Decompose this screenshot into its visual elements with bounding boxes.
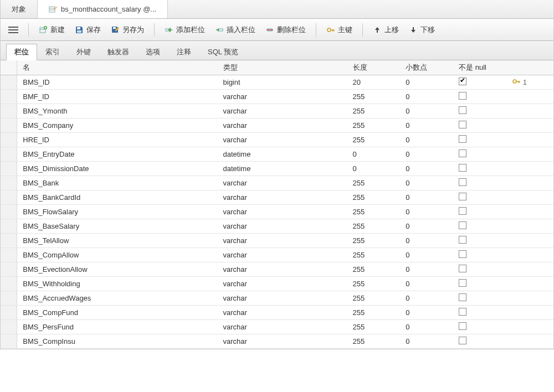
cell-notnull[interactable] xyxy=(453,176,506,190)
table-row[interactable]: BMS_TelAllowvarchar2550 xyxy=(1,233,553,247)
cell-type[interactable]: varchar xyxy=(218,176,347,190)
tab-foreign-keys[interactable]: 外键 xyxy=(68,44,99,60)
checkbox-icon[interactable] xyxy=(459,78,466,85)
cell-name[interactable]: BMS_TelAllow xyxy=(17,233,218,247)
cell-decimals[interactable]: 0 xyxy=(400,262,453,276)
cell-type[interactable]: datetime xyxy=(218,161,347,176)
cell-name[interactable]: BMS_AccruedWages xyxy=(17,291,218,305)
cell-notnull[interactable] xyxy=(453,262,506,276)
cell-decimals[interactable]: 0 xyxy=(400,291,453,305)
cell-decimals[interactable]: 0 xyxy=(400,190,453,204)
cell-type[interactable]: bigint xyxy=(218,75,347,89)
cell-notnull[interactable] xyxy=(453,190,506,204)
table-row[interactable]: BMF_IDvarchar2550 xyxy=(1,89,553,104)
cell-notnull[interactable] xyxy=(453,305,506,319)
table-row[interactable]: BMS_PersFundvarchar2550 xyxy=(1,319,553,334)
cell-notnull[interactable] xyxy=(453,319,506,334)
col-header-name[interactable]: 名 xyxy=(17,60,218,75)
checkbox-icon[interactable] xyxy=(459,236,466,244)
cell-notnull[interactable] xyxy=(453,147,506,161)
table-row[interactable]: BMS_BaseSalaryvarchar2550 xyxy=(1,219,553,233)
tab-indexes[interactable]: 索引 xyxy=(37,44,68,60)
table-row[interactable]: BMS_EvectionAllowvarchar2550 xyxy=(1,262,553,276)
cell-notnull[interactable] xyxy=(453,75,506,89)
table-row[interactable]: BMS_Bankvarchar2550 xyxy=(1,176,553,190)
table-row[interactable]: BMS_BankCardIdvarchar2550 xyxy=(1,190,553,204)
table-row[interactable]: BMS_Withholdingvarchar2550 xyxy=(1,276,553,291)
cell-length[interactable]: 255 xyxy=(347,233,401,247)
col-header-type[interactable]: 类型 xyxy=(218,60,347,75)
menu-button[interactable] xyxy=(5,23,22,37)
cell-name[interactable]: BMS_EntryDate xyxy=(17,147,218,161)
cell-length[interactable]: 255 xyxy=(347,132,401,147)
checkbox-icon[interactable] xyxy=(459,250,466,258)
checkbox-icon[interactable] xyxy=(459,279,466,287)
cell-type[interactable]: varchar xyxy=(218,247,347,262)
cell-length[interactable]: 255 xyxy=(347,204,401,219)
cell-name[interactable]: BMS_CompFund xyxy=(17,305,218,319)
cell-type[interactable]: varchar xyxy=(218,219,347,233)
cell-type[interactable]: datetime xyxy=(218,147,347,161)
checkbox-icon[interactable] xyxy=(459,207,466,215)
cell-length[interactable]: 255 xyxy=(347,247,401,262)
cell-length[interactable]: 255 xyxy=(347,276,401,291)
checkbox-icon[interactable] xyxy=(459,308,466,316)
cell-name[interactable]: BMS_FlowSalary xyxy=(17,204,218,219)
cell-decimals[interactable]: 0 xyxy=(400,204,453,219)
checkbox-icon[interactable] xyxy=(459,337,466,344)
cell-length[interactable]: 255 xyxy=(347,118,401,132)
checkbox-icon[interactable] xyxy=(459,322,466,330)
cell-length[interactable]: 255 xyxy=(347,334,401,348)
cell-name[interactable]: BMS_Bank xyxy=(17,176,218,190)
cell-type[interactable]: varchar xyxy=(218,204,347,219)
table-row[interactable]: BMS_EntryDatedatetime00 xyxy=(1,147,553,161)
tab-options[interactable]: 选项 xyxy=(137,44,168,60)
table-row[interactable]: BMS_CompAllowvarchar2550 xyxy=(1,247,553,262)
cell-name[interactable]: HRE_ID xyxy=(17,132,218,147)
cell-decimals[interactable]: 0 xyxy=(400,305,453,319)
cell-name[interactable]: BMS_Ymonth xyxy=(17,104,218,118)
cell-notnull[interactable] xyxy=(453,161,506,176)
cell-name[interactable]: BMS_ID xyxy=(17,75,218,89)
cell-notnull[interactable] xyxy=(453,291,506,305)
cell-decimals[interactable]: 0 xyxy=(400,247,453,262)
cell-name[interactable]: BMS_DimissionDate xyxy=(17,161,218,176)
cell-length[interactable]: 0 xyxy=(347,147,401,161)
cell-length[interactable]: 20 xyxy=(347,75,401,89)
cell-notnull[interactable] xyxy=(453,132,506,147)
save-button[interactable]: 保存 xyxy=(71,23,104,37)
cell-notnull[interactable] xyxy=(453,233,506,247)
cell-length[interactable]: 255 xyxy=(347,319,401,334)
tab-sql-preview[interactable]: SQL 预览 xyxy=(199,44,247,60)
cell-notnull[interactable] xyxy=(453,219,506,233)
cell-decimals[interactable]: 0 xyxy=(400,334,453,348)
checkbox-icon[interactable] xyxy=(459,193,466,200)
cell-notnull[interactable] xyxy=(453,276,506,291)
add-field-button[interactable]: 添加栏位 xyxy=(161,23,208,37)
delete-field-button[interactable]: 删除栏位 xyxy=(262,23,309,37)
col-header-decimals[interactable]: 小数点 xyxy=(400,60,453,75)
cell-decimals[interactable]: 0 xyxy=(400,118,453,132)
new-button[interactable]: 新建 xyxy=(35,23,68,37)
cell-type[interactable]: varchar xyxy=(218,262,347,276)
table-row[interactable]: BMS_IDbigint2001 xyxy=(1,75,553,89)
insert-field-button[interactable]: 插入栏位 xyxy=(212,23,259,37)
tab-triggers[interactable]: 触发器 xyxy=(99,44,137,60)
checkbox-icon[interactable] xyxy=(459,178,466,186)
cell-decimals[interactable]: 0 xyxy=(400,89,453,104)
checkbox-icon[interactable] xyxy=(459,221,466,229)
cell-notnull[interactable] xyxy=(453,334,506,348)
cell-decimals[interactable]: 0 xyxy=(400,319,453,334)
cell-notnull[interactable] xyxy=(453,89,506,104)
table-row[interactable]: BMS_CompFundvarchar2550 xyxy=(1,305,553,319)
table-row[interactable]: HRE_IDvarchar2550 xyxy=(1,132,553,147)
cell-length[interactable]: 255 xyxy=(347,219,401,233)
cell-decimals[interactable]: 0 xyxy=(400,233,453,247)
move-down-button[interactable]: 下移 xyxy=(406,23,438,37)
cell-name[interactable]: BMS_Company xyxy=(17,118,218,132)
cell-decimals[interactable]: 0 xyxy=(400,161,453,176)
cell-length[interactable]: 255 xyxy=(347,305,401,319)
tab-table-designer[interactable]: bs_monthaccount_salary @... xyxy=(38,0,168,18)
checkbox-icon[interactable] xyxy=(459,265,466,272)
cell-name[interactable]: BMS_EvectionAllow xyxy=(17,262,218,276)
